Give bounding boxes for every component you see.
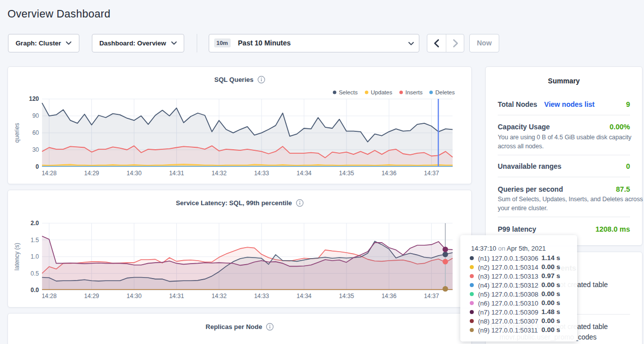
svg-text:14:30: 14:30: [127, 170, 142, 177]
svg-text:30: 30: [32, 146, 39, 153]
svg-text:14:32: 14:32: [212, 293, 227, 300]
svg-text:14:37: 14:37: [424, 170, 439, 177]
svg-text:Selects: Selects: [339, 89, 358, 95]
svg-text:1.0: 1.0: [30, 253, 39, 260]
svg-text:14:29: 14:29: [84, 293, 99, 300]
svg-text:0.0: 0.0: [30, 287, 39, 294]
svg-text:14:28: 14:28: [41, 293, 56, 300]
svg-text:Inserts: Inserts: [405, 89, 423, 95]
svg-text:90: 90: [32, 112, 39, 119]
svg-text:120: 120: [29, 95, 39, 102]
svg-text:14:36: 14:36: [381, 293, 396, 300]
svg-text:14:35: 14:35: [339, 293, 354, 300]
svg-text:1.5: 1.5: [30, 237, 39, 244]
svg-text:14:33: 14:33: [254, 293, 269, 300]
svg-text:latency (s): latency (s): [13, 243, 20, 270]
svg-text:14:31: 14:31: [169, 293, 184, 300]
svg-text:14:33: 14:33: [254, 170, 269, 177]
svg-text:queries: queries: [13, 123, 20, 142]
svg-text:Updates: Updates: [371, 89, 392, 95]
svg-text:0: 0: [35, 163, 39, 170]
svg-text:60: 60: [32, 129, 39, 136]
svg-text:14:36: 14:36: [381, 170, 396, 177]
svg-text:14:34: 14:34: [297, 293, 312, 300]
svg-text:14:32: 14:32: [212, 170, 227, 177]
svg-text:14:31: 14:31: [169, 170, 184, 177]
svg-text:0.5: 0.5: [30, 270, 39, 277]
svg-text:14:35: 14:35: [339, 170, 354, 177]
svg-text:14:37: 14:37: [424, 293, 439, 300]
svg-text:14:28: 14:28: [41, 170, 56, 177]
svg-text:Deletes: Deletes: [435, 89, 455, 95]
svg-text:14:30: 14:30: [127, 293, 142, 300]
svg-text:14:29: 14:29: [84, 170, 99, 177]
svg-text:2.0: 2.0: [30, 220, 39, 227]
svg-text:14:34: 14:34: [297, 170, 312, 177]
